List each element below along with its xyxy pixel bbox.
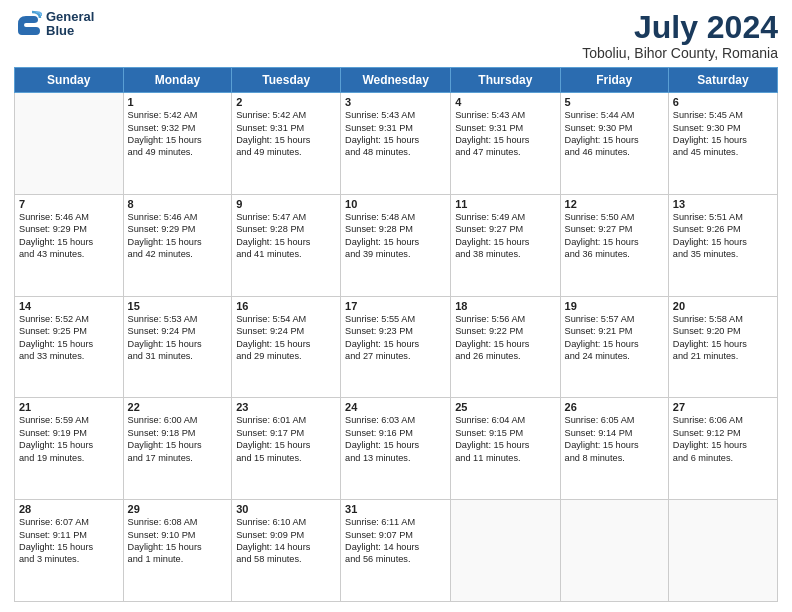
dow-header: Monday xyxy=(123,68,232,93)
day-number: 19 xyxy=(565,300,664,312)
day-info: Sunrise: 5:58 AM Sunset: 9:20 PM Dayligh… xyxy=(673,313,773,363)
day-number: 30 xyxy=(236,503,336,515)
day-number: 21 xyxy=(19,401,119,413)
calendar-cell: 14Sunrise: 5:52 AM Sunset: 9:25 PM Dayli… xyxy=(15,296,124,398)
day-info: Sunrise: 6:03 AM Sunset: 9:16 PM Dayligh… xyxy=(345,414,446,464)
day-info: Sunrise: 5:42 AM Sunset: 9:31 PM Dayligh… xyxy=(236,109,336,159)
day-number: 16 xyxy=(236,300,336,312)
day-number: 22 xyxy=(128,401,228,413)
calendar-cell: 22Sunrise: 6:00 AM Sunset: 9:18 PM Dayli… xyxy=(123,398,232,500)
day-number: 28 xyxy=(19,503,119,515)
day-info: Sunrise: 6:06 AM Sunset: 9:12 PM Dayligh… xyxy=(673,414,773,464)
calendar-cell: 20Sunrise: 5:58 AM Sunset: 9:20 PM Dayli… xyxy=(668,296,777,398)
day-number: 3 xyxy=(345,96,446,108)
calendar-cell: 18Sunrise: 5:56 AM Sunset: 9:22 PM Dayli… xyxy=(451,296,560,398)
calendar-cell: 8Sunrise: 5:46 AM Sunset: 9:29 PM Daylig… xyxy=(123,194,232,296)
calendar-cell: 30Sunrise: 6:10 AM Sunset: 9:09 PM Dayli… xyxy=(232,500,341,602)
day-info: Sunrise: 5:55 AM Sunset: 9:23 PM Dayligh… xyxy=(345,313,446,363)
day-info: Sunrise: 5:57 AM Sunset: 9:21 PM Dayligh… xyxy=(565,313,664,363)
day-number: 31 xyxy=(345,503,446,515)
title-block: July 2024 Toboliu, Bihor County, Romania xyxy=(582,10,778,61)
day-number: 10 xyxy=(345,198,446,210)
logo-text: General Blue xyxy=(46,10,94,39)
page: General Blue July 2024 Toboliu, Bihor Co… xyxy=(0,0,792,612)
day-info: Sunrise: 6:04 AM Sunset: 9:15 PM Dayligh… xyxy=(455,414,555,464)
day-number: 1 xyxy=(128,96,228,108)
calendar-table: SundayMondayTuesdayWednesdayThursdayFrid… xyxy=(14,67,778,602)
day-info: Sunrise: 5:54 AM Sunset: 9:24 PM Dayligh… xyxy=(236,313,336,363)
day-number: 2 xyxy=(236,96,336,108)
day-info: Sunrise: 6:08 AM Sunset: 9:10 PM Dayligh… xyxy=(128,516,228,566)
calendar-cell: 11Sunrise: 5:49 AM Sunset: 9:27 PM Dayli… xyxy=(451,194,560,296)
calendar-cell: 19Sunrise: 5:57 AM Sunset: 9:21 PM Dayli… xyxy=(560,296,668,398)
calendar-cell: 31Sunrise: 6:11 AM Sunset: 9:07 PM Dayli… xyxy=(341,500,451,602)
calendar-cell xyxy=(451,500,560,602)
day-number: 8 xyxy=(128,198,228,210)
day-info: Sunrise: 5:43 AM Sunset: 9:31 PM Dayligh… xyxy=(455,109,555,159)
calendar-cell: 28Sunrise: 6:07 AM Sunset: 9:11 PM Dayli… xyxy=(15,500,124,602)
calendar-cell: 27Sunrise: 6:06 AM Sunset: 9:12 PM Dayli… xyxy=(668,398,777,500)
day-info: Sunrise: 6:10 AM Sunset: 9:09 PM Dayligh… xyxy=(236,516,336,566)
day-number: 29 xyxy=(128,503,228,515)
day-info: Sunrise: 6:07 AM Sunset: 9:11 PM Dayligh… xyxy=(19,516,119,566)
calendar-cell xyxy=(560,500,668,602)
day-info: Sunrise: 5:45 AM Sunset: 9:30 PM Dayligh… xyxy=(673,109,773,159)
calendar-cell xyxy=(15,93,124,195)
day-info: Sunrise: 5:43 AM Sunset: 9:31 PM Dayligh… xyxy=(345,109,446,159)
day-info: Sunrise: 6:05 AM Sunset: 9:14 PM Dayligh… xyxy=(565,414,664,464)
day-number: 5 xyxy=(565,96,664,108)
day-number: 26 xyxy=(565,401,664,413)
day-info: Sunrise: 5:47 AM Sunset: 9:28 PM Dayligh… xyxy=(236,211,336,261)
calendar-cell: 25Sunrise: 6:04 AM Sunset: 9:15 PM Dayli… xyxy=(451,398,560,500)
calendar-cell: 7Sunrise: 5:46 AM Sunset: 9:29 PM Daylig… xyxy=(15,194,124,296)
calendar-cell: 23Sunrise: 6:01 AM Sunset: 9:17 PM Dayli… xyxy=(232,398,341,500)
day-info: Sunrise: 5:46 AM Sunset: 9:29 PM Dayligh… xyxy=(128,211,228,261)
day-info: Sunrise: 5:44 AM Sunset: 9:30 PM Dayligh… xyxy=(565,109,664,159)
day-info: Sunrise: 5:59 AM Sunset: 9:19 PM Dayligh… xyxy=(19,414,119,464)
subtitle: Toboliu, Bihor County, Romania xyxy=(582,45,778,61)
day-number: 12 xyxy=(565,198,664,210)
day-number: 14 xyxy=(19,300,119,312)
calendar-cell: 26Sunrise: 6:05 AM Sunset: 9:14 PM Dayli… xyxy=(560,398,668,500)
calendar-cell: 16Sunrise: 5:54 AM Sunset: 9:24 PM Dayli… xyxy=(232,296,341,398)
logo-icon xyxy=(14,10,42,38)
calendar-cell: 5Sunrise: 5:44 AM Sunset: 9:30 PM Daylig… xyxy=(560,93,668,195)
calendar-cell: 9Sunrise: 5:47 AM Sunset: 9:28 PM Daylig… xyxy=(232,194,341,296)
day-number: 7 xyxy=(19,198,119,210)
day-info: Sunrise: 5:48 AM Sunset: 9:28 PM Dayligh… xyxy=(345,211,446,261)
calendar-cell: 2Sunrise: 5:42 AM Sunset: 9:31 PM Daylig… xyxy=(232,93,341,195)
day-info: Sunrise: 6:00 AM Sunset: 9:18 PM Dayligh… xyxy=(128,414,228,464)
day-info: Sunrise: 5:51 AM Sunset: 9:26 PM Dayligh… xyxy=(673,211,773,261)
calendar-cell: 15Sunrise: 5:53 AM Sunset: 9:24 PM Dayli… xyxy=(123,296,232,398)
dow-header: Sunday xyxy=(15,68,124,93)
calendar-cell: 4Sunrise: 5:43 AM Sunset: 9:31 PM Daylig… xyxy=(451,93,560,195)
day-number: 11 xyxy=(455,198,555,210)
calendar-cell: 10Sunrise: 5:48 AM Sunset: 9:28 PM Dayli… xyxy=(341,194,451,296)
header: General Blue July 2024 Toboliu, Bihor Co… xyxy=(14,10,778,61)
dow-header: Thursday xyxy=(451,68,560,93)
calendar-cell: 17Sunrise: 5:55 AM Sunset: 9:23 PM Dayli… xyxy=(341,296,451,398)
logo: General Blue xyxy=(14,10,94,39)
day-number: 20 xyxy=(673,300,773,312)
day-number: 13 xyxy=(673,198,773,210)
day-info: Sunrise: 6:11 AM Sunset: 9:07 PM Dayligh… xyxy=(345,516,446,566)
day-number: 4 xyxy=(455,96,555,108)
day-number: 27 xyxy=(673,401,773,413)
day-info: Sunrise: 5:56 AM Sunset: 9:22 PM Dayligh… xyxy=(455,313,555,363)
day-number: 25 xyxy=(455,401,555,413)
day-info: Sunrise: 5:53 AM Sunset: 9:24 PM Dayligh… xyxy=(128,313,228,363)
calendar-cell: 29Sunrise: 6:08 AM Sunset: 9:10 PM Dayli… xyxy=(123,500,232,602)
dow-header: Friday xyxy=(560,68,668,93)
calendar-cell: 3Sunrise: 5:43 AM Sunset: 9:31 PM Daylig… xyxy=(341,93,451,195)
day-number: 9 xyxy=(236,198,336,210)
day-number: 15 xyxy=(128,300,228,312)
calendar-cell: 21Sunrise: 5:59 AM Sunset: 9:19 PM Dayli… xyxy=(15,398,124,500)
calendar-cell: 13Sunrise: 5:51 AM Sunset: 9:26 PM Dayli… xyxy=(668,194,777,296)
dow-header: Wednesday xyxy=(341,68,451,93)
calendar-cell: 1Sunrise: 5:42 AM Sunset: 9:32 PM Daylig… xyxy=(123,93,232,195)
day-number: 17 xyxy=(345,300,446,312)
day-number: 23 xyxy=(236,401,336,413)
day-number: 18 xyxy=(455,300,555,312)
calendar-cell xyxy=(668,500,777,602)
day-info: Sunrise: 5:50 AM Sunset: 9:27 PM Dayligh… xyxy=(565,211,664,261)
